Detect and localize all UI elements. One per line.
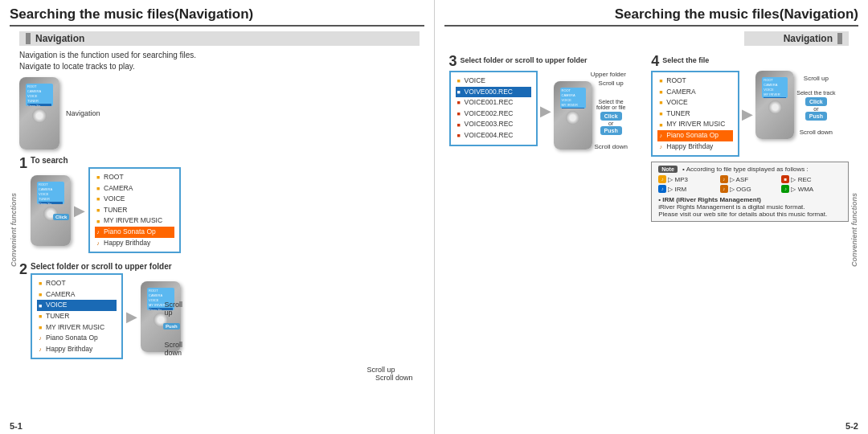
conv-text-left: Convenient functions: [10, 193, 18, 267]
conv-text-right: Convenient functions: [850, 193, 858, 267]
nav-description: Navigation is the function used for sear…: [19, 50, 420, 72]
scroll-up-label-step2: Scroll up: [165, 301, 183, 317]
note-ogg: ♪ ▷ OGG: [720, 185, 780, 193]
step1-text: To search: [31, 156, 181, 165]
step4-text: Select the file: [662, 54, 709, 64]
note-label: Note: [658, 166, 678, 173]
arrow-step2: ▶: [126, 308, 137, 326]
step1-device: ROOT CAMERA VOICE TUNER Piano So... Happ…: [31, 175, 71, 246]
note-mp3: ♪ ▷ MP3: [658, 175, 719, 183]
file-list-step3: ■ VOICE ■ VOIVE000.REC ■ VOICE001.REC ■ …: [449, 71, 538, 146]
arrow-step4: ▶: [742, 105, 753, 123]
select-folder-label: Select the folder or file: [596, 99, 626, 110]
top-device: ROOT CAMERA VOICE TUNER Piano So... Happ…: [19, 77, 59, 149]
scroll-down-label-step2: Scroll down: [165, 341, 183, 357]
push-btn-step4: Push: [805, 112, 827, 121]
step4-number: 4: [651, 54, 659, 68]
or-text-step4: or: [813, 106, 818, 112]
click-button-step1: Click: [53, 214, 69, 220]
irm-text1: iRiver Rights Management is a digital mu…: [658, 203, 841, 211]
note-wma: ♪ ▷ WMA: [781, 185, 841, 193]
note-asf: ♪ ▷ ASF: [720, 175, 780, 183]
step3-device: ROOT CAMERA VOICE MY IRIVER Piano So... …: [554, 81, 592, 149]
step3-col: 3 Select folder or scroll to upper folde…: [449, 54, 647, 428]
step2-number: 2: [19, 262, 27, 276]
scroll-down-label2: Scroll down: [375, 374, 413, 382]
push-button-step2: Push: [163, 323, 180, 330]
scroll-up-step3: Scroll up: [599, 80, 624, 87]
step3-text: Select folder or scroll to upper folder: [461, 54, 588, 64]
scroll-down-step3: Scroll down: [595, 143, 628, 150]
step4-device: ROOT CAMERA VOICE MY IRIVER Piano So... …: [755, 71, 794, 139]
select-track-label: Select the track: [796, 90, 835, 96]
arrow-step1: ▶: [74, 202, 85, 219]
scroll-up-step4: Scroll up: [804, 75, 829, 82]
scroll-up-label2: Scroll up: [366, 366, 395, 374]
click-btn-step3: Click: [600, 112, 622, 121]
upper-folder-label: Upper folder: [591, 71, 626, 78]
right-page-number: 5-2: [845, 421, 858, 431]
or-text-step3: or: [608, 121, 613, 126]
nav-section-header: Navigation: [19, 31, 420, 46]
irm-title: • IRM (iRiver Rights Management): [658, 196, 841, 203]
navigation-label: Navigation: [66, 109, 100, 117]
note-text: • According to file type displayed as fo…: [682, 166, 809, 173]
left-page-title: Searching the music files(Navigation): [10, 6, 424, 27]
note-rec: ■ ▷ REC: [781, 175, 841, 183]
left-page-number: 5-1: [10, 421, 23, 431]
arrow-step3: ▶: [540, 102, 551, 120]
file-list-step2: ■ ROOT ■ CAMERA ■ VOICE ■ TUNER ■ MY IRI…: [31, 273, 123, 359]
step1-number: 1: [19, 156, 27, 170]
file-list-step1: ■ ROOT ■ CAMERA ■ VOICE ■ TUNER ■ MY IRI…: [88, 167, 181, 253]
right-nav-header: Navigation: [744, 31, 849, 46]
note-box: Note • According to file type displayed …: [651, 162, 849, 222]
step3-number: 3: [449, 54, 457, 68]
right-page-title: Searching the music files(Navigation): [444, 6, 859, 27]
push-btn-step3: Push: [600, 126, 622, 135]
scroll-down-step4: Scroll down: [800, 129, 833, 136]
click-btn-step4: Click: [805, 97, 827, 106]
file-list-step4: ■ ROOT ■ CAMERA ■ VOICE ■ TUNER ■ MY IRI…: [651, 71, 739, 157]
note-irm: ♪ ▷ IRM: [658, 185, 719, 193]
irm-text2: Please visit our web site for details ab…: [658, 211, 841, 218]
step2-text: Select folder or scroll to upper folder: [31, 262, 419, 271]
step4-col: 4 Select the file ■ ROOT ■ CAMERA ■ VOIC…: [651, 54, 849, 428]
